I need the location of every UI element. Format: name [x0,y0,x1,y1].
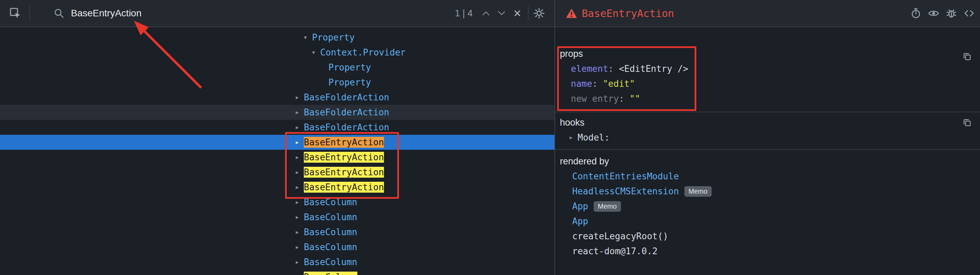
tree-row[interactable]: ▾Property [0,30,554,45]
rendered-by-item: AppMemo [555,199,980,214]
inspector-panel: BaseEntryAction [555,0,980,275]
chevron-right-icon[interactable]: ▸ [295,123,304,131]
chevron-right-icon[interactable]: ▸ [295,273,304,275]
inspector-header: BaseEntryAction [555,0,980,27]
rendered-by-section-title: rendered by [555,154,980,169]
owner-link[interactable]: ContentEntriesModule [572,171,679,182]
tree-row[interactable]: ▸BaseColumn [0,240,554,254]
component-name[interactable]: BaseColumn [304,197,357,208]
component-name[interactable]: Property [328,77,371,88]
chevron-right-icon[interactable]: ▸ [295,213,304,221]
tree-row[interactable]: ▸BaseColumn [0,195,554,210]
tree-row[interactable]: ▸BaseFolderAction [0,90,554,105]
tree-row[interactable]: ▸BaseEntryAction [0,150,554,165]
hooks-rows: ▸Model: [555,130,980,145]
tree-row[interactable]: ▾Context.Provider [0,45,554,60]
tree-row[interactable]: Property [0,60,554,75]
chevron-right-icon[interactable]: ▸ [295,139,304,146]
tree-row[interactable]: Property [0,75,554,90]
rendered-by-item: App [555,214,980,229]
toolbar-divider [29,6,30,21]
copy-props-button[interactable] [960,50,974,63]
rendered-by-list: ContentEntriesModuleHeadlessCMSExtension… [555,169,980,259]
component-name[interactable]: BaseFolderAction [304,107,389,118]
chevron-right-icon[interactable]: ▸ [295,198,304,206]
inspect-element-icon[interactable] [8,5,23,21]
chevron-right-icon[interactable]: ▸ [295,258,304,266]
component-name[interactable]: BaseColumn [304,212,357,223]
tree-row[interactable]: ▸BaseColumn [0,254,554,270]
hook-row[interactable]: ▸Model: [555,130,980,145]
component-name[interactable]: BaseFolderAction [304,122,389,133]
eye-icon[interactable] [928,5,940,21]
component-name[interactable]: BaseEntryAction [304,182,384,193]
component-name[interactable]: BaseColumn [304,242,357,253]
previous-result-button[interactable] [478,5,494,21]
rendered-by-item: ContentEntriesModule [555,169,980,184]
prop-value[interactable]: "" [630,93,640,104]
component-name[interactable]: BaseEntryAction [304,152,384,163]
chevron-right-icon[interactable]: ▸ [569,134,578,141]
tree-row[interactable]: ▸BaseEntryAction [0,135,554,150]
tree-row[interactable]: ▸BaseFolderAction [0,105,554,120]
component-tree[interactable]: ▾Property▾Context.ProviderPropertyProper… [0,27,554,275]
component-name[interactable]: BaseFolderAction [304,92,389,103]
props-section: props element: <EditEntry />name: "edit"… [555,46,980,112]
tree-row[interactable]: ▸BaseColumn [0,224,554,240]
stopwatch-icon[interactable] [910,5,922,21]
component-name[interactable]: BaseEntryAction [304,137,384,148]
next-result-button[interactable] [494,5,509,21]
memo-badge: Memo [684,186,712,197]
component-name[interactable]: Property [312,32,355,43]
chevron-right-icon[interactable]: ▸ [295,183,304,191]
rendered-by-item: react-dom@17.0.2 [555,244,980,259]
chevron-down-icon[interactable]: ▾ [303,34,312,41]
tree-row[interactable]: ▸BaseColumn [0,270,554,275]
prop-colon: : [619,93,630,104]
settings-gear-icon[interactable] [531,5,547,21]
chevron-down-icon[interactable]: ▾ [311,49,320,56]
chevron-right-icon[interactable]: ▸ [295,169,304,176]
tree-row[interactable]: ▸BaseColumn [0,210,554,224]
search-input[interactable] [71,8,455,19]
hook-name: Model: [578,133,610,142]
prop-key: element [571,64,608,74]
hooks-section: hooks ▸Model: [555,112,980,150]
components-tree-panel: 1 | 4 × ▾Property▾Context.ProviderProper… [0,0,555,275]
owner-link[interactable]: App [572,201,588,211]
search-result-count: 1 | 4 [455,8,473,19]
prop-row: name: "edit" [555,76,980,91]
prop-colon: : [592,79,603,89]
chevron-right-icon[interactable]: ▸ [295,153,304,161]
component-name[interactable]: BaseEntryAction [304,167,384,178]
component-name[interactable]: BaseColumn [304,227,357,237]
component-name[interactable]: Property [328,62,371,73]
prop-value[interactable]: "edit" [603,79,635,89]
react-devtools-window: 1 | 4 × ▾Property▾Context.ProviderProper… [0,0,980,275]
owner-link[interactable]: App [572,216,588,226]
warning-triangle-icon [565,8,578,19]
prop-colon: : [608,64,619,74]
bug-icon[interactable] [945,5,958,21]
chevron-right-icon[interactable]: ▸ [295,228,304,236]
chevron-right-icon[interactable]: ▸ [295,93,304,101]
hooks-section-title: hooks [555,115,980,130]
prop-row: element: <EditEntry /> [555,61,980,76]
component-name[interactable]: BaseColumn [304,272,357,275]
owner-link[interactable]: HeadlessCMSExtension [572,186,679,196]
copy-hooks-button[interactable] [960,116,974,129]
view-source-icon[interactable] [963,5,975,21]
tree-row[interactable]: ▸BaseFolderAction [0,120,554,135]
component-name[interactable]: BaseColumn [304,257,357,267]
tree-row[interactable]: ▸BaseEntryAction [0,180,554,195]
props-rows: element: <EditEntry />name: "edit"new en… [555,61,980,106]
component-name[interactable]: Context.Provider [320,47,406,58]
clear-search-button[interactable]: × [509,5,525,21]
chevron-right-icon[interactable]: ▸ [295,109,304,116]
prop-value[interactable]: <EditEntry /> [619,64,689,74]
chevron-right-icon[interactable]: ▸ [295,243,304,251]
memo-badge: Memo [593,201,621,212]
tree-row[interactable]: ▸BaseEntryAction [0,165,554,180]
prop-key: new entry [571,93,619,104]
prop-row: new entry: "" [555,91,980,106]
